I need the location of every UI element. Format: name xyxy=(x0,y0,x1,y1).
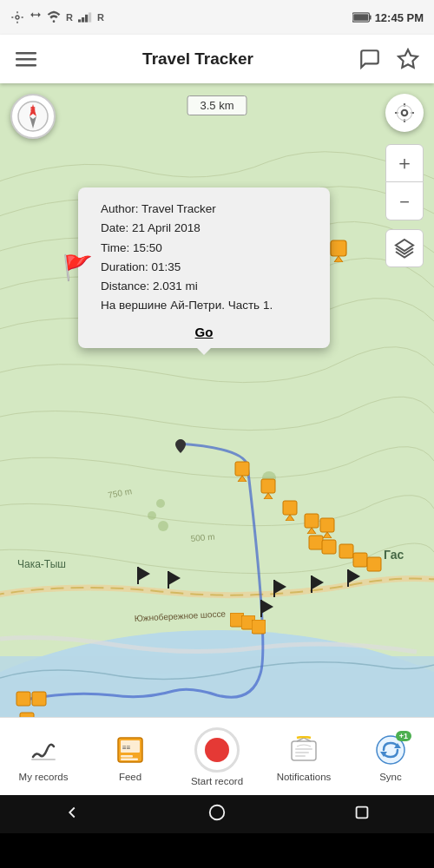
svg-rect-8 xyxy=(353,14,368,21)
svg-rect-45 xyxy=(235,462,249,476)
svg-rect-87 xyxy=(295,755,306,757)
svg-rect-85 xyxy=(295,748,312,750)
svg-marker-52 xyxy=(307,528,316,534)
map-marker-4[interactable] xyxy=(330,240,347,266)
svg-point-0 xyxy=(16,16,19,19)
map-popup[interactable]: 🚩 Author: Travel Tracker Date: 21 April … xyxy=(78,187,330,348)
svg-rect-92 xyxy=(356,806,367,818)
svg-point-91 xyxy=(210,805,225,819)
app-bar-icons xyxy=(354,43,424,75)
svg-marker-58 xyxy=(168,571,181,585)
svg-rect-49 xyxy=(283,501,297,515)
svg-marker-48 xyxy=(264,493,273,499)
status-right: 12:45 PM xyxy=(352,11,424,24)
records-icon xyxy=(25,732,62,768)
map-marker-left-1[interactable] xyxy=(16,691,31,713)
home-button[interactable] xyxy=(207,803,227,826)
battery-icon xyxy=(352,12,372,23)
sync-icon-wrap: +1 xyxy=(375,734,406,766)
popup-flag-icon: 🚩 xyxy=(62,253,93,282)
map-marker-8[interactable] xyxy=(282,500,298,524)
map-marker-7[interactable] xyxy=(260,478,276,503)
nav-item-records[interactable]: My records xyxy=(0,732,87,782)
svg-rect-75 xyxy=(16,692,30,706)
svg-rect-69 xyxy=(339,544,353,558)
feed-label: Feed xyxy=(119,772,141,782)
time-display: 12:45 PM xyxy=(375,11,424,24)
map-marker-15[interactable] xyxy=(366,556,382,579)
signal-r1: R xyxy=(66,12,73,23)
start-record-icon[interactable] xyxy=(194,727,240,773)
notifications-icon-wrap xyxy=(290,736,318,764)
svg-rect-86 xyxy=(295,752,309,753)
menu-button[interactable] xyxy=(10,49,42,69)
svg-marker-46 xyxy=(238,476,247,482)
flag-marker-6[interactable] xyxy=(258,598,275,622)
svg-rect-84 xyxy=(292,741,316,760)
svg-rect-3 xyxy=(82,17,84,23)
svg-marker-66 xyxy=(261,600,273,614)
sync-icon-container: +1 xyxy=(372,732,409,768)
map-marker-cluster-3[interactable] xyxy=(252,620,266,641)
notifications-label: Notifications xyxy=(277,772,332,782)
nav-item-start-record[interactable]: Start record xyxy=(174,727,260,786)
svg-rect-47 xyxy=(261,479,275,493)
nav-item-sync[interactable]: +1 Sync xyxy=(347,732,434,782)
popup-duration: Duration: 01:35 xyxy=(101,258,316,277)
svg-marker-42 xyxy=(334,256,343,262)
svg-rect-5 xyxy=(89,12,91,22)
popup-content: Author: Travel Tracker Date: 21 April 20… xyxy=(92,200,316,316)
map-area[interactable]: 250 m 750 m 500 m Чака-Тыш Гас Южнобереж… xyxy=(0,83,434,717)
sync-badge: +1 xyxy=(396,731,411,741)
route-line xyxy=(0,83,434,717)
popup-title: На вершине Ай-Петри. Часть 1. xyxy=(101,296,316,315)
svg-marker-12 xyxy=(398,49,418,68)
signal-r2: R xyxy=(97,12,104,23)
location-gps-button[interactable] xyxy=(385,94,424,132)
nav-item-notifications[interactable]: Notifications xyxy=(260,732,347,782)
svg-marker-60 xyxy=(274,580,286,594)
svg-marker-50 xyxy=(286,515,294,521)
chat-button[interactable] xyxy=(354,43,385,75)
recents-button[interactable] xyxy=(352,803,372,826)
svg-rect-7 xyxy=(370,15,372,19)
feed-icon: ≡≡ xyxy=(112,732,148,768)
svg-rect-82 xyxy=(121,758,138,760)
map-controls: ＋ － xyxy=(385,144,424,267)
route-pin-marker[interactable] xyxy=(175,439,186,457)
notifications-icon-container xyxy=(286,732,322,768)
map-scale: 3.5 km xyxy=(187,95,247,115)
svg-rect-71 xyxy=(367,557,381,571)
flag-marker-1[interactable] xyxy=(135,565,152,589)
popup-date: Date: 21 April 2018 xyxy=(101,219,316,238)
svg-rect-41 xyxy=(331,240,346,256)
map-marker-9[interactable] xyxy=(304,513,319,537)
popup-author: Author: Travel Tracker xyxy=(101,200,316,219)
compass[interactable]: N xyxy=(10,94,56,139)
svg-text:≡≡: ≡≡ xyxy=(122,744,131,752)
layers-button[interactable] xyxy=(385,229,424,267)
zoom-in-button[interactable]: ＋ xyxy=(385,144,424,182)
zoom-out-button[interactable]: － xyxy=(385,182,424,220)
flag-marker-2[interactable] xyxy=(165,569,182,594)
back-button[interactable] xyxy=(62,803,82,826)
status-left: R R xyxy=(10,10,104,24)
svg-point-1 xyxy=(53,20,56,23)
popup-go-button[interactable]: Go xyxy=(92,325,316,339)
flag-marker-4[interactable] xyxy=(308,574,326,598)
svg-rect-9 xyxy=(16,52,36,55)
wifi-icon xyxy=(47,10,61,24)
star-button[interactable] xyxy=(392,43,424,75)
status-bar: R R 12:45 PM xyxy=(0,0,434,35)
nav-item-feed[interactable]: ≡≡ Feed xyxy=(87,732,174,782)
svg-marker-54 xyxy=(323,532,332,538)
sync-label: Sync xyxy=(379,772,402,782)
start-record-label: Start record xyxy=(191,776,243,786)
record-dot xyxy=(205,738,229,762)
svg-rect-51 xyxy=(305,514,319,528)
map-marker-left-2[interactable] xyxy=(31,691,47,713)
svg-point-31 xyxy=(397,105,411,120)
svg-rect-78 xyxy=(31,759,56,760)
map-marker-6[interactable] xyxy=(234,461,250,485)
map-marker-12[interactable] xyxy=(321,539,337,562)
